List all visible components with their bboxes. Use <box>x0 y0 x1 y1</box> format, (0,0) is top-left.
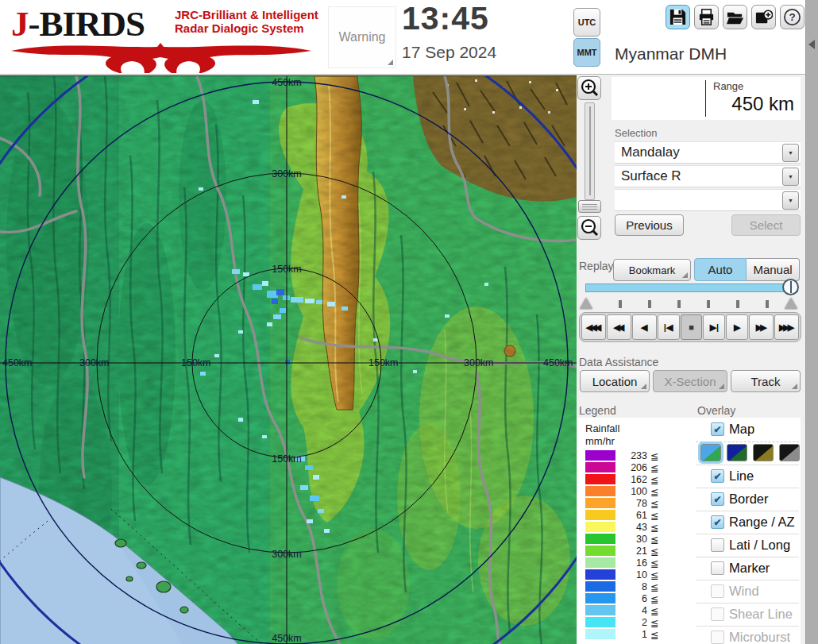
legend-title: Rainfall <box>585 422 619 434</box>
overlay-item-microburst[interactable]: Microburst <box>696 629 801 644</box>
map-style-button-4[interactable] <box>779 444 800 461</box>
fastest-forward-button[interactable]: ▶▶▶ <box>774 314 799 340</box>
mmt-button[interactable]: MMT <box>573 38 600 67</box>
divider <box>705 80 706 117</box>
utc-button[interactable]: UTC <box>573 8 600 37</box>
checkbox[interactable] <box>711 538 724 552</box>
radar-map-image: 450km 300km 150km 150km 300km 450km 450k… <box>0 76 577 644</box>
skip-start-icon: |◀ <box>664 322 673 333</box>
replay-slider-track[interactable] <box>585 283 798 292</box>
overlay-item-lati-long[interactable]: Lati / Long <box>696 537 801 557</box>
overlay-item-map[interactable]: Map <box>696 421 801 442</box>
rewind-icon: ◀◀ <box>613 322 622 333</box>
checkbox <box>711 607 724 621</box>
corner-resize-icon <box>388 60 393 65</box>
option-dropdown[interactable]: ▼ <box>615 189 801 211</box>
fast-rewind-button[interactable]: ◀◀◀ <box>581 314 606 340</box>
map-style-button-2[interactable] <box>727 444 747 461</box>
fast-forward-button[interactable]: ▶▶ <box>749 314 774 340</box>
stop-icon: ■ <box>689 322 694 332</box>
corner-menu-icon <box>641 384 646 389</box>
clock-time: 13:45 <box>402 0 489 37</box>
playback-controls: ◀◀◀ ◀◀ ◀ |◀ ■ ▶| ▶ ▶▶ ▶▶▶ <box>579 312 801 342</box>
checkbox[interactable] <box>711 492 724 506</box>
corner-menu-icon <box>682 272 688 278</box>
skip-start-button[interactable]: |◀ <box>658 314 680 340</box>
site-dropdown[interactable]: Mandalay ▼ <box>615 141 801 164</box>
corner-menu-icon <box>792 384 797 389</box>
open-folder-button[interactable] <box>723 5 747 29</box>
overlay-item-border[interactable]: Border <box>696 491 801 511</box>
ring-label: 150km <box>181 357 211 368</box>
collapse-left-icon <box>808 40 815 49</box>
panel-collapse-strip[interactable] <box>805 0 818 644</box>
checkbox[interactable] <box>711 422 724 436</box>
fast-rewind-icon: ◀◀◀ <box>586 322 599 333</box>
chevron-down-icon[interactable]: ▼ <box>782 168 799 186</box>
previous-button[interactable]: Previous <box>615 214 684 236</box>
zoom-in-button[interactable] <box>577 76 601 100</box>
slider-tick <box>648 300 651 308</box>
skip-end-button[interactable]: ▶| <box>703 314 725 340</box>
zoom-slider-track[interactable] <box>585 102 595 200</box>
overlay-item-range-az[interactable]: Range / AZ <box>696 514 801 534</box>
chevron-down-icon[interactable]: ▼ <box>782 144 799 162</box>
chevron-down-icon[interactable]: ▼ <box>782 191 799 210</box>
legend-label: Legend <box>579 404 616 417</box>
product-dropdown[interactable]: Surface R ▼ <box>615 165 801 187</box>
manual-mode-button[interactable]: Manual <box>747 258 800 281</box>
selection-label: Selection <box>615 127 657 139</box>
xsection-button[interactable]: X-Section <box>653 370 727 392</box>
zoom-out-icon <box>579 218 600 238</box>
stop-button[interactable]: ■ <box>681 314 703 340</box>
ring-label: 300km <box>272 168 302 179</box>
add-image-icon <box>754 8 773 26</box>
overlay-item-shear-line[interactable]: Shear Line <box>696 606 801 627</box>
bookmark-button[interactable]: Bookmark <box>613 259 691 281</box>
location-button[interactable]: Location <box>580 370 650 392</box>
zoom-slider-groove <box>589 106 591 195</box>
site-dropdown-value: Mandalay <box>621 145 680 160</box>
print-button[interactable] <box>694 5 719 29</box>
checkbox[interactable] <box>711 515 724 529</box>
replay-slider-thumb[interactable] <box>782 279 799 295</box>
map-style-button-1[interactable] <box>700 444 721 461</box>
overlay-item-line[interactable]: Line <box>696 468 801 488</box>
add-image-button[interactable] <box>751 5 776 29</box>
ring-label: 450km <box>272 633 302 644</box>
ring-label: 150km <box>272 264 302 275</box>
radar-map[interactable]: 450km 300km 150km 150km 300km 450km 450k… <box>0 75 577 644</box>
range-label: Range <box>713 80 743 92</box>
checkbox[interactable] <box>711 561 724 575</box>
select-button[interactable]: Select <box>731 214 801 236</box>
slider-start-marker[interactable] <box>580 298 592 309</box>
zoom-in-icon <box>579 78 600 98</box>
logo-title: J-BIRDS <box>11 3 145 44</box>
zoom-out-button[interactable] <box>577 216 601 240</box>
map-style-button-3[interactable] <box>753 444 774 461</box>
product-dropdown-value: Surface R <box>621 168 681 184</box>
play-button[interactable]: ▶ <box>726 314 748 340</box>
warning-button[interactable]: Warning <box>328 6 396 68</box>
play-reverse-button[interactable]: ◀ <box>632 314 657 340</box>
help-button[interactable]: ? <box>780 5 804 29</box>
ring-label: 450km <box>2 357 33 368</box>
rewind-button[interactable]: ◀◀ <box>607 314 631 340</box>
save-button[interactable] <box>666 5 690 29</box>
fastest-forward-icon: ▶▶▶ <box>779 322 792 333</box>
overlay-item-marker[interactable]: Marker <box>696 560 801 580</box>
clock-date: 17 Sep 2024 <box>402 43 496 62</box>
track-button[interactable]: Track <box>731 370 801 392</box>
checkbox[interactable] <box>711 469 724 483</box>
help-icon: ? <box>783 8 801 26</box>
print-icon <box>697 8 716 26</box>
auto-mode-button[interactable]: Auto <box>694 258 747 281</box>
open-folder-icon <box>726 8 744 26</box>
ring-label: 150km <box>272 453 302 465</box>
zoom-slider-thumb[interactable] <box>578 200 601 213</box>
slider-tick <box>677 300 681 308</box>
overlay-label: Overlay <box>697 404 735 417</box>
slider-tick <box>707 300 710 308</box>
overlay-item-wind[interactable]: Wind <box>696 583 801 604</box>
slider-end-marker[interactable] <box>785 298 797 309</box>
